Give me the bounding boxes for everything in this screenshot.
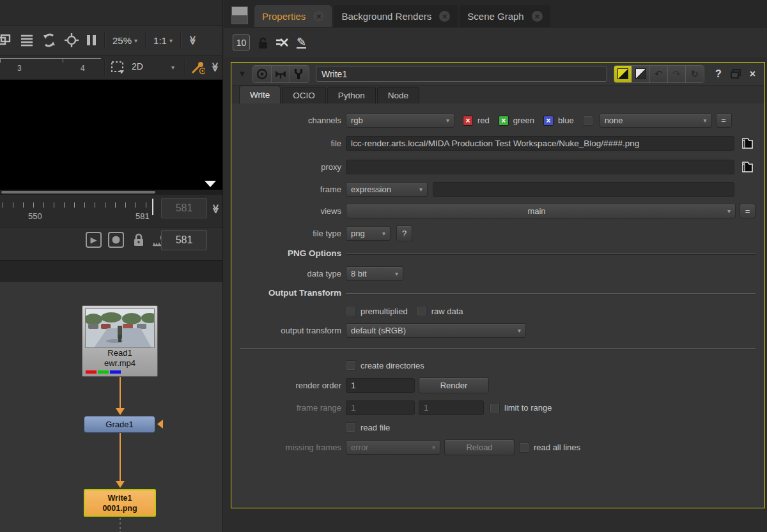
node-graph[interactable]: Read1 ewr.mp4 Grade1 Write1 0001.png — [0, 282, 222, 532]
proxy-input[interactable] — [346, 160, 734, 174]
wrench-icon[interactable] — [290, 66, 309, 82]
clear-panels-icon[interactable] — [275, 37, 290, 49]
file-browse-folder-icon[interactable] — [739, 135, 755, 151]
tab-background-renders[interactable]: Background Renders × — [334, 5, 458, 27]
close-panel-button[interactable]: × — [750, 68, 755, 80]
close-icon[interactable]: × — [313, 11, 324, 22]
timeline-playhead[interactable] — [152, 199, 153, 215]
views-equals-button[interactable]: = — [740, 204, 755, 218]
png-options-section: PNG Options — [240, 248, 755, 258]
file-type-help-button[interactable]: ? — [396, 225, 412, 241]
layout-windows-icon[interactable] — [0, 33, 12, 47]
missing-frames-dropdown[interactable]: error ▾ — [346, 440, 440, 455]
undo-button[interactable]: ↶ — [650, 66, 668, 82]
node-color-swatch[interactable] — [614, 66, 632, 82]
tab-label: Background Renders — [341, 11, 431, 22]
collapse-toolbar-icon[interactable]: ≫ — [188, 36, 198, 45]
channels-equals-button[interactable]: = — [716, 113, 732, 128]
timeline[interactable]: 550 581 581 ≫ — [0, 195, 222, 228]
edit-pencil-icon[interactable]: ✎ — [297, 37, 306, 49]
create-directories-checkbox[interactable] — [346, 360, 356, 370]
gain-target-icon[interactable] — [65, 33, 79, 47]
read-all-lines-checkbox[interactable] — [519, 443, 529, 453]
refresh-sync-icon[interactable] — [42, 33, 57, 47]
viewer-canvas[interactable] — [0, 80, 222, 190]
output-transform-dropdown[interactable]: default (sRGB) ▾ — [346, 323, 526, 338]
current-frame-box[interactable]: 581 — [161, 230, 207, 250]
alpha-channel-checkbox[interactable] — [583, 116, 593, 126]
blue-channel-checkbox[interactable]: × — [543, 116, 554, 126]
tab-node[interactable]: Node — [377, 87, 419, 103]
frame-mode-dropdown[interactable]: expression ▾ — [346, 182, 428, 197]
views-dropdown[interactable]: main ▾ — [346, 204, 736, 218]
help-button[interactable]: ? — [715, 68, 722, 80]
tab-scene-graph[interactable]: Scene Graph × — [460, 5, 550, 27]
tab-python[interactable]: Python — [327, 87, 376, 103]
pane-content-chooser-icon[interactable] — [231, 6, 248, 24]
lock-panels-icon[interactable] — [257, 36, 268, 49]
roi-marquee-icon[interactable] — [110, 60, 125, 75]
chevron-down-icon: ▾ — [377, 230, 385, 237]
node-name-field[interactable]: Write1 — [316, 66, 607, 82]
collapse-panel-icon[interactable]: ▼ — [236, 69, 249, 79]
extra-channels-dropdown[interactable]: none ▾ — [600, 113, 712, 128]
close-icon[interactable]: × — [439, 11, 450, 22]
node-write1[interactable]: Write1 0001.png — [84, 489, 156, 517]
divider — [104, 59, 105, 76]
pixel-aspect-dropdown[interactable]: 1:1▾ — [153, 35, 173, 46]
render-order-input[interactable]: 1 — [346, 378, 415, 393]
tab-ocio[interactable]: OCIO — [282, 87, 326, 103]
frame-expression-input[interactable] — [433, 182, 734, 197]
lock-range-icon[interactable] — [130, 232, 146, 248]
reload-button[interactable]: Reload — [444, 439, 515, 455]
green-channel-checkbox[interactable]: × — [499, 116, 509, 126]
revert-button[interactable]: ↻ — [686, 66, 704, 82]
red-channel-checkbox[interactable]: × — [463, 116, 473, 126]
close-icon[interactable]: × — [532, 11, 543, 22]
grade1-mask-input-icon[interactable] — [157, 420, 163, 429]
channels-dropdown[interactable]: rgb ▾ — [346, 113, 454, 128]
tab-write[interactable]: Write — [239, 86, 281, 103]
grade1-name: Grade1 — [105, 420, 133, 429]
node-read1[interactable]: Read1 ewr.mp4 — [82, 305, 158, 377]
pause-icon[interactable] — [86, 34, 97, 46]
chevron-down-icon: ▾ — [169, 37, 173, 44]
color-sampler-icon[interactable] — [190, 60, 205, 75]
data-type-dropdown[interactable]: 8 bit ▾ — [346, 266, 403, 281]
render-button[interactable]: Render — [419, 377, 489, 393]
chevron-down-icon: ▾ — [390, 270, 398, 277]
viewer-corner-triangle-icon[interactable] — [205, 181, 216, 187]
frame-range-start-input[interactable]: 1 — [346, 400, 415, 415]
limit-to-range-checkbox[interactable] — [490, 403, 500, 413]
flipbook-icon[interactable] — [272, 66, 290, 82]
raw-data-checkbox[interactable] — [417, 306, 427, 316]
timeline-end-label: 581 — [136, 211, 150, 221]
center-node-icon[interactable] — [253, 66, 272, 82]
chevron-down-icon: ▾ — [414, 186, 422, 193]
panel-color-swatch[interactable] — [632, 66, 650, 82]
read-file-checkbox[interactable] — [346, 422, 356, 432]
tab-properties[interactable]: Properties × — [254, 5, 332, 27]
chevron-down-icon[interactable]: ▾ — [171, 64, 174, 71]
timeline-scrollbar[interactable] — [1, 191, 155, 194]
float-panel-icon[interactable] — [731, 69, 741, 79]
frame-range-end-input[interactable]: 1 — [419, 400, 484, 415]
collapse-ruler-icon[interactable]: ≫ — [210, 63, 221, 72]
record-button[interactable] — [108, 232, 124, 248]
file-type-row: file type png ▾ ? — [240, 225, 755, 241]
view-mode-dropdown[interactable]: 2D — [132, 61, 143, 72]
file-input[interactable]: lcc-render.arts.local/MIDA Production Te… — [346, 136, 734, 151]
file-type-dropdown[interactable]: png ▾ — [346, 226, 391, 241]
premultiplied-checkbox[interactable] — [346, 306, 356, 316]
proxy-browse-folder-icon[interactable] — [739, 158, 755, 175]
play-button[interactable]: ▶ — [86, 232, 102, 248]
png-options-title: PNG Options — [240, 248, 341, 258]
max-panels-input[interactable]: 10 — [233, 34, 250, 50]
layers-menu-icon[interactable] — [20, 34, 34, 47]
fps-box[interactable]: 581 — [161, 198, 207, 218]
collapse-timeline-icon[interactable]: ≫ — [211, 204, 221, 214]
zoom-level-dropdown[interactable]: 25%▾ — [112, 35, 137, 46]
redo-button[interactable]: ↷ — [668, 66, 686, 82]
file-type-value: png — [351, 229, 365, 238]
node-grade1[interactable]: Grade1 — [84, 416, 155, 433]
